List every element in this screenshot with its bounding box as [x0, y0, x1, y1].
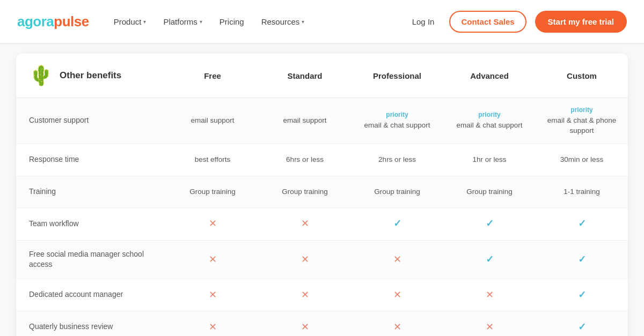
cross-icon: ✕ [209, 218, 217, 229]
table-cell: priorityemail & chat support [351, 103, 443, 138]
table-cell: 1-1 training [536, 180, 628, 205]
table-row: Quaterly business review✕✕✕✕✓ [16, 311, 628, 336]
cross-icon: ✕ [301, 322, 309, 332]
table-cell: ✕ [351, 281, 443, 309]
table-cell: ✓ [536, 245, 628, 274]
chevron-down-icon: ▾ [302, 19, 304, 25]
cross-icon: ✕ [301, 218, 309, 229]
table-cell: ✕ [351, 245, 443, 274]
table-cell: ✕ [443, 281, 536, 309]
table-cell: 2hrs or less [351, 147, 443, 173]
row-label: Response time [16, 146, 166, 174]
table-row: Free social media manager school access✕… [16, 241, 628, 279]
nav-pricing-label: Pricing [219, 17, 244, 26]
table-cell: ✕ [259, 281, 351, 309]
table-cell: Group training [166, 180, 259, 205]
check-icon: ✓ [578, 254, 586, 265]
nav-product-label: Product [114, 17, 142, 26]
table-cell: ✓ [536, 210, 628, 238]
priority-label: priority [355, 110, 439, 120]
cross-icon: ✕ [486, 289, 494, 300]
table-cell: ✕ [166, 210, 259, 238]
col-header-advanced: Advanced [443, 67, 536, 85]
check-icon: ✓ [393, 218, 401, 229]
check-icon: ✓ [578, 322, 586, 332]
table-row: TrainingGroup trainingGroup trainingGrou… [16, 176, 628, 208]
cross-icon: ✕ [209, 289, 217, 300]
col-header-professional: Professional [351, 67, 443, 85]
table-row: Response timebest efforts6hrs or less2hr… [16, 144, 628, 176]
table-cell: Group training [351, 180, 443, 205]
row-label: Dedicated account manager [16, 281, 166, 309]
table-cell: ✕ [166, 313, 259, 336]
header-actions: Log In Contact Sales Start my free trial [406, 11, 627, 33]
table-cell: 6hrs or less [259, 147, 351, 173]
logo-text1: agora [17, 13, 54, 29]
table-cell: Group training [443, 180, 536, 205]
table-cell: email support [259, 108, 351, 133]
header: agorapulse Product ▾ Platforms ▾ Pricing… [0, 0, 644, 43]
table-cell: ✕ [166, 245, 259, 274]
cross-icon: ✕ [486, 322, 494, 332]
table-cell: priorityemail & chat & phone support [536, 98, 628, 144]
col-header-free: Free [166, 67, 259, 85]
table-cell: ✕ [259, 313, 351, 336]
row-label: Team workflow [16, 210, 166, 238]
table-cell: email support [166, 108, 259, 133]
start-trial-button[interactable]: Start my free trial [535, 11, 627, 33]
nav-resources[interactable]: Resources ▾ [254, 13, 312, 31]
login-button[interactable]: Log In [406, 13, 441, 31]
table-row: Dedicated account manager✕✕✕✕✓ [16, 279, 628, 311]
chevron-down-icon: ▾ [200, 19, 202, 25]
check-icon: ✓ [578, 289, 586, 300]
table-cell: ✓ [443, 210, 536, 238]
check-icon: ✓ [486, 254, 494, 265]
table-cell: ✕ [443, 313, 536, 336]
table-cell: ✓ [351, 210, 443, 238]
priority-label: priority [448, 110, 531, 120]
row-label: Customer support [16, 107, 166, 135]
table-cell: 1hr or less [443, 147, 536, 173]
row-label: Free social media manager school access [16, 241, 166, 279]
cross-icon: ✕ [301, 289, 309, 300]
check-icon: ✓ [578, 218, 586, 229]
table-cell: Group training [259, 180, 351, 205]
table-cell: priorityemail & chat support [443, 103, 536, 138]
main-content: 🌵 Other benefits Free Standard Professio… [0, 43, 644, 336]
cross-icon: ✕ [209, 322, 217, 332]
row-label: Quaterly business review [16, 313, 166, 336]
nav-product[interactable]: Product ▾ [106, 13, 154, 31]
check-icon: ✓ [486, 218, 494, 229]
cross-icon: ✕ [209, 254, 217, 265]
benefit-header-cell: 🌵 Other benefits [16, 64, 166, 87]
cactus-icon: 🌵 [29, 64, 53, 87]
section-title: Other benefits [60, 70, 121, 81]
table-body: Customer supportemail supportemail suppo… [16, 98, 628, 336]
table-cell: ✓ [536, 313, 628, 336]
table-cell: ✓ [443, 245, 536, 274]
table-cell: ✓ [536, 281, 628, 309]
chevron-down-icon: ▾ [143, 19, 146, 25]
table-cell: ✕ [351, 313, 443, 336]
cross-icon: ✕ [301, 254, 309, 265]
table-row: Customer supportemail supportemail suppo… [16, 98, 628, 144]
table-header-row: 🌵 Other benefits Free Standard Professio… [16, 54, 628, 98]
nav-pricing[interactable]: Pricing [212, 13, 252, 31]
col-header-standard: Standard [259, 67, 351, 85]
cross-icon: ✕ [393, 254, 401, 265]
contact-sales-button[interactable]: Contact Sales [449, 11, 526, 33]
table-cell: ✕ [166, 281, 259, 309]
table-row: Team workflow✕✕✓✓✓ [16, 208, 628, 241]
nav-platforms[interactable]: Platforms ▾ [156, 13, 209, 31]
table-cell: 30min or less [536, 147, 628, 173]
cross-icon: ✕ [393, 289, 401, 300]
priority-label: priority [540, 106, 624, 115]
logo[interactable]: agorapulse [17, 13, 89, 30]
table-cell: best efforts [166, 147, 259, 173]
nav-platforms-label: Platforms [163, 17, 197, 26]
row-label: Training [16, 178, 166, 206]
main-nav: Product ▾ Platforms ▾ Pricing Resources … [106, 13, 406, 31]
nav-resources-label: Resources [261, 17, 300, 26]
pricing-table: 🌵 Other benefits Free Standard Professio… [16, 54, 628, 336]
table-cell: ✕ [259, 210, 351, 238]
